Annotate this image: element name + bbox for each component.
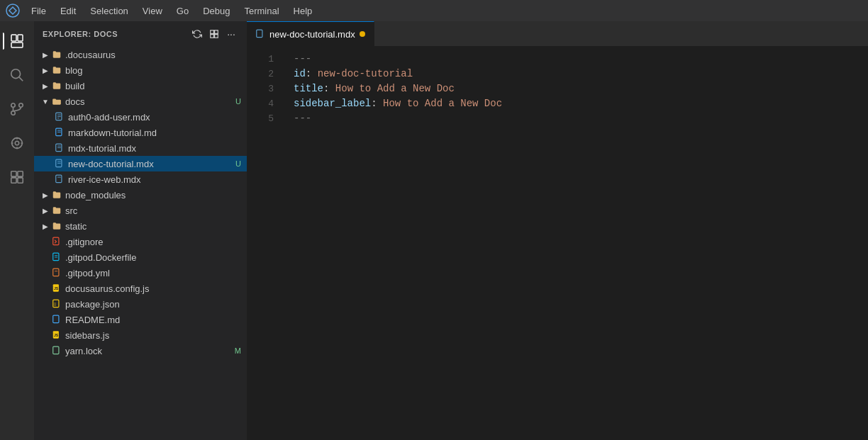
file-name: .docusaurus (65, 50, 241, 60)
file-name: river-ice-web.mdx (68, 174, 241, 185)
tree-item-auth0[interactable]: auth0-add-user.mdx (34, 109, 247, 125)
file-name: src (65, 205, 241, 216)
file-yml-icon (51, 267, 62, 278)
tree-item-package-json[interactable]: {} package.json (34, 296, 247, 312)
svg-point-7 (19, 103, 23, 108)
line-number-4: 4 (247, 96, 274, 111)
file-mdx-icon (54, 174, 65, 185)
menu-help[interactable]: Help (288, 4, 318, 18)
yaml-dashes: --- (294, 111, 311, 126)
menu-file[interactable]: File (26, 4, 52, 18)
svg-text:{}: {} (54, 303, 57, 306)
tree-item-node-modules[interactable]: ▶ node_modules (34, 187, 247, 203)
file-name: docs (65, 96, 233, 107)
tab-filename: new-doc-tutorial.mdx (269, 29, 355, 40)
file-js-icon: JS (51, 329, 62, 341)
tree-item-yarn-lock[interactable]: yarn.lock M (34, 343, 247, 359)
refresh-button[interactable] (190, 27, 204, 41)
code-editor: 1 2 3 4 5 --- id: new-doc-tutorial title… (247, 46, 868, 440)
editor-area: new-doc-tutorial.mdx 1 2 3 4 5 --- id: n… (247, 21, 868, 440)
file-name: yarn.lock (65, 346, 232, 356)
line-number-1: 1 (247, 52, 274, 67)
svg-rect-3 (18, 35, 23, 41)
chevron-icon: ▶ (40, 67, 51, 74)
menu-debug[interactable]: Debug (197, 4, 235, 18)
tree-item-src[interactable]: ▶ src (34, 203, 247, 218)
svg-text:JS: JS (54, 333, 59, 337)
source-control-activity-icon[interactable] (3, 95, 31, 123)
svg-rect-15 (11, 178, 16, 183)
file-lock-icon (51, 345, 62, 356)
yaml-value: new-doc-tutorial (318, 67, 413, 81)
chevron-icon: ▶ (40, 191, 51, 199)
svg-point-4 (11, 69, 21, 79)
tab-bar: new-doc-tutorial.mdx (247, 21, 868, 46)
svg-rect-16 (211, 30, 214, 34)
tree-item-blog[interactable]: ▶ blog (34, 62, 247, 78)
svg-rect-1 (11, 35, 16, 41)
svg-point-6 (11, 103, 16, 108)
activity-bar (0, 21, 34, 440)
file-name: node_modules (65, 190, 241, 201)
file-json-icon: {} (51, 298, 62, 310)
svg-rect-2 (11, 43, 23, 47)
menu-selection[interactable]: Selection (84, 4, 133, 18)
tab-new-doc-tutorial[interactable]: new-doc-tutorial.mdx (247, 21, 374, 46)
yaml-key: id (294, 67, 306, 81)
svg-point-11 (12, 138, 23, 149)
tree-item-readme[interactable]: README.md (34, 312, 247, 327)
folder-icon (51, 49, 62, 60)
tree-item-docusaurus[interactable]: ▶ .docusaurus (34, 47, 247, 62)
svg-line-5 (19, 77, 23, 81)
yaml-colon: : (323, 81, 335, 96)
svg-point-10 (15, 141, 19, 145)
yaml-value: How to Add a New Doc (383, 96, 502, 111)
sidebar-header: EXPLORER: DOCS · (34, 21, 247, 47)
svg-rect-19 (215, 35, 218, 38)
code-line-1: --- (294, 52, 868, 67)
file-mdx-icon (54, 111, 65, 123)
chevron-icon: ▶ (40, 51, 51, 59)
folder-icon (51, 220, 62, 232)
tree-item-sidebars[interactable]: JS sidebars.js (34, 327, 247, 343)
collapse-all-button[interactable] (207, 27, 221, 41)
file-name: new-doc-tutorial.mdx (68, 159, 233, 169)
tree-item-markdown[interactable]: markdown-tutorial.md (34, 125, 247, 140)
yaml-dashes: --- (294, 52, 311, 67)
extensions-activity-icon[interactable] (3, 163, 31, 191)
file-mdx-icon (54, 142, 65, 154)
explorer-activity-icon[interactable] (3, 27, 31, 55)
more-actions-button[interactable]: ··· (224, 27, 238, 41)
file-js-icon: JS (51, 283, 62, 294)
debug-activity-icon[interactable] (3, 129, 31, 157)
svg-rect-45 (53, 315, 59, 323)
app-icon (6, 4, 20, 18)
tree-item-mdx-tutorial[interactable]: mdx-tutorial.mdx (34, 140, 247, 156)
main-layout: EXPLORER: DOCS · (0, 21, 868, 440)
sidebar-title: EXPLORER: DOCS (43, 30, 118, 38)
svg-rect-39 (53, 269, 59, 276)
code-content[interactable]: --- id: new-doc-tutorial title: How to A… (282, 46, 868, 440)
menu-view[interactable]: View (137, 4, 168, 18)
tree-item-new-doc-tutorial[interactable]: new-doc-tutorial.mdx U (34, 156, 247, 171)
svg-text:JS: JS (54, 286, 59, 290)
tree-item-docs[interactable]: ▼ docs U (34, 94, 247, 109)
search-activity-icon[interactable] (3, 61, 31, 89)
menu-go[interactable]: Go (171, 4, 194, 18)
tree-item-docusaurus-config[interactable]: JS docusaurus.config.js (34, 281, 247, 296)
tree-item-static[interactable]: ▶ static (34, 218, 247, 234)
yaml-colon: : (371, 96, 383, 111)
menu-terminal[interactable]: Terminal (238, 4, 284, 18)
yaml-value: How to Add a New Doc (335, 81, 455, 96)
file-name: markdown-tutorial.md (68, 128, 241, 138)
file-tree: ▶ .docusaurus ▶ blog ▶ (34, 47, 247, 440)
file-name: .gitpod.Dockerfile (65, 252, 241, 263)
tree-item-gitignore[interactable]: .gitignore (34, 234, 247, 249)
tree-item-river-ice[interactable]: river-ice-web.mdx (34, 171, 247, 187)
chevron-icon: ▶ (40, 222, 51, 230)
tree-item-gitpod-docker[interactable]: .gitpod.Dockerfile (34, 249, 247, 265)
file-name: static (65, 221, 241, 232)
tree-item-gitpod-yml[interactable]: .gitpod.yml (34, 265, 247, 281)
menu-edit[interactable]: Edit (55, 4, 82, 18)
tree-item-build[interactable]: ▶ build (34, 78, 247, 94)
